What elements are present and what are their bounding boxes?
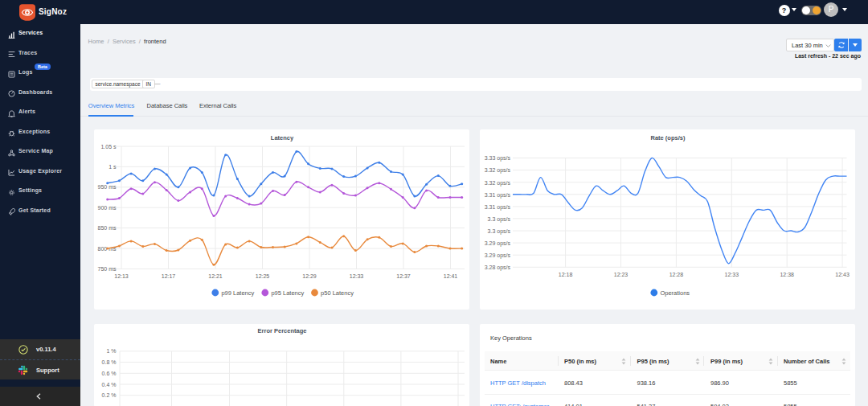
svg-text:3.31 ops/s: 3.31 ops/s [484,203,510,210]
svg-text:3.29 ops/s: 3.29 ops/s [484,240,510,246]
svg-text:0.6 %: 0.6 % [102,370,117,375]
svg-text:900 ms: 900 ms [98,204,117,210]
svg-text:Latency: Latency [271,133,294,141]
svg-text:p50 Latency: p50 Latency [321,289,354,296]
svg-text:0.8 %: 0.8 % [102,359,117,365]
svg-text:3.29 ops/s: 3.29 ops/s [484,252,510,259]
svg-text:Error Percentage: Error Percentage [258,327,307,334]
svg-text:3.32 ops/s: 3.32 ops/s [484,179,510,186]
svg-text:0.2 %: 0.2 % [102,392,117,398]
svg-text:12:29: 12:29 [302,273,317,279]
svg-text:3.31 ops/s: 3.31 ops/s [484,191,510,198]
svg-text:12:25: 12:25 [256,273,270,279]
svg-text:3.3 ops/s: 3.3 ops/s [487,228,510,234]
svg-text:850 ms: 850 ms [98,225,117,231]
svg-text:Operations: Operations [660,289,690,296]
svg-text:3.3 ops/s: 3.3 ops/s [487,215,510,222]
svg-text:750 ms: 750 ms [98,265,117,271]
svg-text:12:21: 12:21 [208,273,223,279]
svg-text:12:33: 12:33 [350,273,364,279]
svg-text:1 %: 1 % [106,348,116,354]
svg-text:3.33 ops/s: 3.33 ops/s [484,155,510,162]
svg-text:0.4 %: 0.4 % [102,381,117,387]
svg-text:12:33: 12:33 [724,272,739,277]
svg-text:12:37: 12:37 [396,273,411,279]
svg-text:p99 Latency: p99 Latency [221,289,254,296]
svg-text:12:41: 12:41 [444,273,458,279]
svg-text:p95 Latency: p95 Latency [271,289,304,296]
svg-text:1 s: 1 s [108,163,117,169]
svg-text:12:18: 12:18 [558,272,572,277]
svg-text:1.05 s: 1.05 s [100,143,117,149]
svg-text:12:23: 12:23 [613,272,628,277]
svg-text:12:38: 12:38 [780,272,794,277]
svg-text:12:17: 12:17 [162,273,176,279]
svg-text:Rate (ops/s): Rate (ops/s) [650,133,685,141]
svg-text:12:43: 12:43 [835,272,850,277]
svg-text:12:13: 12:13 [114,273,129,279]
svg-text:3.32 ops/s: 3.32 ops/s [484,167,510,174]
svg-text:12:28: 12:28 [669,272,683,277]
svg-text:3.28 ops/s: 3.28 ops/s [484,265,510,271]
svg-text:950 ms: 950 ms [98,184,117,190]
